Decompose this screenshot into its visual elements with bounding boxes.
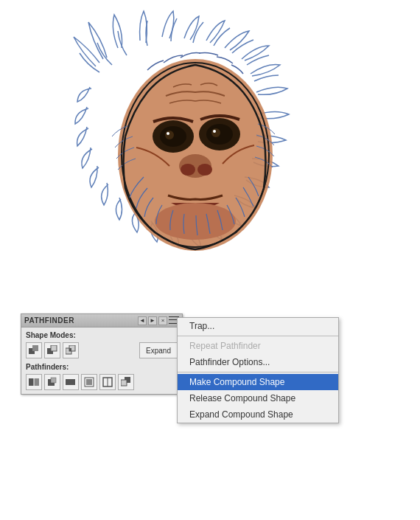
context-menu: Trap... Repeat Pathfinder Pathfinder Opt…	[177, 317, 339, 423]
svg-point-12	[197, 164, 212, 176]
svg-rect-22	[34, 378, 39, 386]
canvas-area	[0, 0, 420, 520]
intersect-button[interactable]	[63, 342, 79, 358]
svg-point-8	[167, 132, 169, 135]
crop-icon	[84, 377, 94, 387]
merge-button[interactable]	[63, 374, 79, 390]
shape-modes-label: Shape Modes:	[26, 331, 178, 339]
pathfinder-panel: PATHFINDER ◄ ► × Shape Modes:	[21, 313, 183, 395]
svg-rect-29	[86, 379, 92, 385]
menu-item-trap[interactable]: Trap...	[178, 318, 338, 334]
panel-controls: ◄ ► ×	[138, 316, 179, 325]
panel-title: PATHFINDER	[24, 316, 74, 325]
svg-point-9	[213, 130, 216, 133]
svg-rect-27	[69, 379, 75, 385]
menu-item-expand-compound[interactable]: Expand Compound Shape	[178, 406, 338, 423]
menu-separator-1	[178, 336, 338, 336]
menu-item-pathfinder-options[interactable]: Pathfinder Options...	[178, 354, 338, 370]
pathfinders-row	[26, 374, 178, 390]
merge-icon	[66, 377, 76, 387]
svg-rect-33	[121, 380, 127, 386]
panel-titlebar: PATHFINDER ◄ ► ×	[21, 314, 182, 327]
crop-button[interactable]	[81, 374, 97, 390]
minus-back-icon	[121, 377, 131, 387]
panel-scroll-left[interactable]: ◄	[138, 316, 147, 325]
svg-rect-21	[29, 378, 34, 386]
menu-item-release-compound[interactable]: Release Compound Shape	[178, 390, 338, 406]
svg-point-11	[181, 164, 195, 176]
svg-point-13	[155, 203, 236, 240]
trim-icon	[47, 377, 57, 387]
svg-rect-17	[51, 345, 57, 351]
menu-item-make-compound[interactable]: Make Compound Shape	[178, 374, 338, 390]
menu-item-repeat-pathfinder[interactable]: Repeat Pathfinder	[178, 338, 338, 354]
svg-rect-15	[32, 345, 38, 351]
shape-modes-row: Expand	[26, 342, 178, 358]
monkey-illustration	[59, 7, 354, 317]
expand-button[interactable]: Expand	[139, 342, 178, 358]
unite-icon	[29, 345, 39, 356]
unite-button[interactable]	[26, 342, 42, 358]
outline-button[interactable]	[99, 374, 116, 390]
minus-front-button[interactable]	[44, 342, 60, 358]
trim-button[interactable]	[44, 374, 60, 390]
minus-back-button[interactable]	[118, 374, 134, 390]
intersect-icon	[66, 345, 76, 356]
svg-rect-20	[69, 348, 71, 351]
divide-button[interactable]	[26, 374, 42, 390]
panel-close[interactable]: ×	[158, 316, 167, 325]
panel-scroll-right[interactable]: ►	[148, 316, 157, 325]
divide-icon	[29, 377, 39, 387]
svg-rect-25	[51, 378, 56, 383]
svg-point-7	[211, 128, 220, 137]
outline-icon	[102, 377, 113, 387]
menu-separator-2	[178, 372, 338, 372]
panel-body: Shape Modes: Exp	[21, 327, 182, 394]
svg-point-6	[165, 131, 174, 139]
pathfinders-label: Pathfinders:	[26, 363, 178, 371]
minus-front-icon	[47, 345, 57, 356]
